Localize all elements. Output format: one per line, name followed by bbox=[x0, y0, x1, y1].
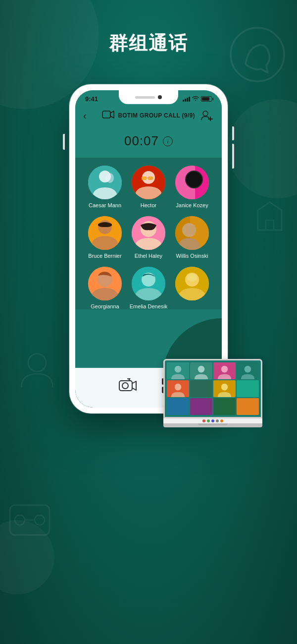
timer-section: 00:07 i bbox=[75, 126, 222, 158]
laptop-screen bbox=[163, 359, 262, 418]
battery-icon bbox=[201, 96, 212, 102]
battery-fill bbox=[202, 97, 209, 101]
laptop-cam bbox=[211, 419, 214, 422]
svg-point-2 bbox=[15, 515, 25, 525]
participant-emelia[interactable]: Emelia Denesik bbox=[129, 267, 168, 309]
laptop-cell-2 bbox=[190, 362, 212, 379]
svg-point-50 bbox=[221, 384, 228, 391]
svg-point-23 bbox=[186, 172, 202, 187]
signal-bar-4 bbox=[189, 97, 190, 102]
volume-button bbox=[63, 134, 65, 150]
svg-rect-18 bbox=[148, 176, 153, 180]
wifi-icon bbox=[192, 96, 199, 102]
participant-willis[interactable]: Willis Osinski bbox=[172, 216, 212, 259]
participant-name-ethel: Ethel Haley bbox=[135, 253, 162, 259]
laptop-base bbox=[163, 423, 262, 427]
add-person-icon bbox=[201, 110, 213, 121]
laptop-mic bbox=[207, 419, 210, 422]
timer-text: 00:07 bbox=[124, 133, 159, 149]
laptop-cell-5 bbox=[167, 380, 189, 397]
svg-point-9 bbox=[203, 111, 208, 116]
back-button[interactable]: ‹ bbox=[83, 110, 97, 121]
front-camera bbox=[158, 95, 162, 99]
laptop-cell-8 bbox=[237, 380, 259, 397]
laptop-cell-4 bbox=[237, 362, 259, 379]
laptop-cell-3 bbox=[213, 362, 236, 379]
participant-name-emelia: Emelia Denesik bbox=[130, 303, 167, 309]
laptop-cell-9 bbox=[167, 398, 189, 415]
avatar-georgianna bbox=[88, 267, 122, 300]
svg-point-38 bbox=[187, 274, 197, 282]
status-time: 9:41 bbox=[85, 95, 98, 103]
svg-point-6 bbox=[28, 354, 46, 372]
video-call-icon bbox=[102, 110, 115, 121]
participant-name-hector: Hector bbox=[141, 202, 156, 208]
laptop-cell-7 bbox=[213, 380, 236, 397]
laptop-cell-12 bbox=[237, 398, 259, 415]
svg-rect-5 bbox=[266, 220, 274, 230]
svg-point-49 bbox=[175, 384, 182, 391]
camera-switch-icon bbox=[119, 378, 137, 393]
svg-point-3 bbox=[35, 515, 45, 525]
bg-icon-4 bbox=[15, 347, 59, 392]
bg-icon-2 bbox=[5, 495, 54, 545]
timer-display: 00:07 i bbox=[75, 133, 222, 149]
participant-janice[interactable]: Janice Kozey bbox=[172, 166, 212, 208]
svg-point-14 bbox=[106, 173, 114, 183]
phone-notch bbox=[119, 90, 178, 104]
avatar-emelia bbox=[132, 267, 165, 300]
laptop-toolbar bbox=[163, 418, 262, 423]
avatar-willis bbox=[175, 216, 209, 250]
call-title: BOTIM GROUP CALL (9/9) bbox=[118, 112, 195, 119]
signal-bar-2 bbox=[185, 99, 186, 102]
svg-point-47 bbox=[221, 366, 228, 373]
laptop-screen-content bbox=[165, 360, 261, 417]
status-icons bbox=[183, 96, 212, 102]
avatar-ethel bbox=[132, 216, 165, 250]
avatar-bruce bbox=[88, 216, 122, 250]
svg-point-31 bbox=[182, 223, 196, 237]
laptop-cell-6 bbox=[190, 380, 212, 397]
svg-rect-17 bbox=[142, 176, 147, 180]
laptop-more bbox=[220, 419, 223, 422]
call-title-group: BOTIM GROUP CALL (9/9) bbox=[102, 110, 195, 121]
call-header: ‹ BOTIM GROUP CALL (9/9) bbox=[75, 105, 222, 126]
laptop-preview bbox=[163, 359, 262, 428]
laptop-cell-11 bbox=[213, 398, 236, 415]
power-button-top bbox=[232, 126, 234, 140]
bg-icon-3 bbox=[250, 198, 290, 238]
info-icon[interactable]: i bbox=[163, 136, 173, 146]
camera-switch-button[interactable] bbox=[117, 375, 139, 397]
avatar-janice bbox=[175, 166, 209, 199]
svg-rect-39 bbox=[119, 381, 132, 391]
participant-unknown[interactable] bbox=[172, 267, 212, 309]
add-person-button[interactable] bbox=[200, 109, 214, 122]
participant-name-bruce: Bruce Bernier bbox=[88, 253, 121, 259]
laptop-end-call bbox=[202, 419, 205, 422]
laptop-cell-10 bbox=[190, 398, 212, 415]
svg-point-40 bbox=[122, 383, 128, 389]
laptop-share bbox=[216, 419, 219, 422]
avatar-hector bbox=[132, 166, 165, 199]
phone-mockup: 9:41 bbox=[69, 84, 228, 413]
participant-name-georgianna: Georgianna bbox=[91, 303, 119, 309]
svg-point-46 bbox=[198, 366, 205, 373]
page-title: 群组通话 bbox=[0, 31, 297, 56]
participant-name-caesar: Caesar Mann bbox=[89, 202, 121, 208]
deco-circle-2 bbox=[228, 99, 297, 198]
participant-ethel[interactable]: Ethel Haley bbox=[129, 216, 168, 259]
laptop-cell-1 bbox=[167, 362, 189, 379]
avatar-unknown bbox=[175, 267, 209, 300]
participant-hector[interactable]: Hector bbox=[129, 166, 168, 208]
participant-georgianna[interactable]: Georgianna bbox=[85, 267, 125, 309]
participant-caesar[interactable]: Caesar Mann bbox=[85, 166, 125, 208]
svg-point-48 bbox=[245, 366, 251, 373]
speaker bbox=[135, 96, 155, 99]
participants-grid: Caesar Mann bbox=[85, 166, 212, 309]
participant-bruce[interactable]: Bruce Bernier bbox=[85, 216, 125, 259]
signal-bar-3 bbox=[187, 98, 188, 102]
svg-point-45 bbox=[175, 366, 182, 373]
participant-name-willis: Willis Osinski bbox=[176, 253, 208, 259]
signal-bar-1 bbox=[183, 100, 184, 102]
power-button bbox=[232, 144, 234, 169]
